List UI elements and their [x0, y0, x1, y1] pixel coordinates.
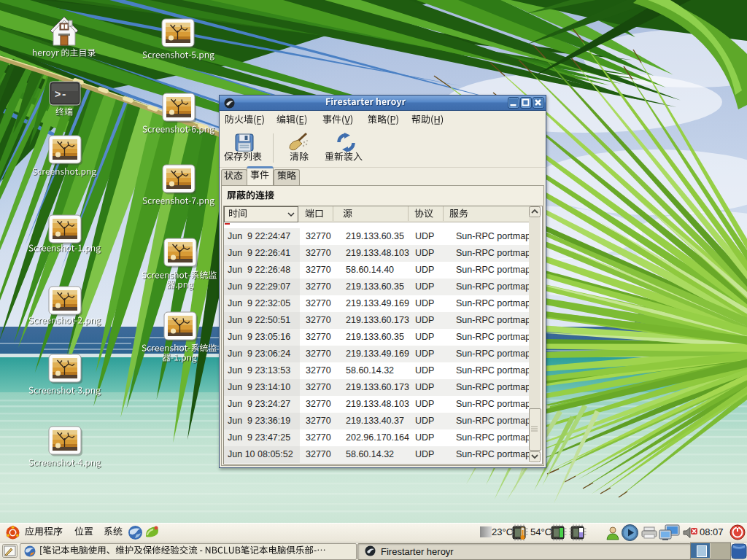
svg-text:>-: >-: [55, 89, 67, 101]
